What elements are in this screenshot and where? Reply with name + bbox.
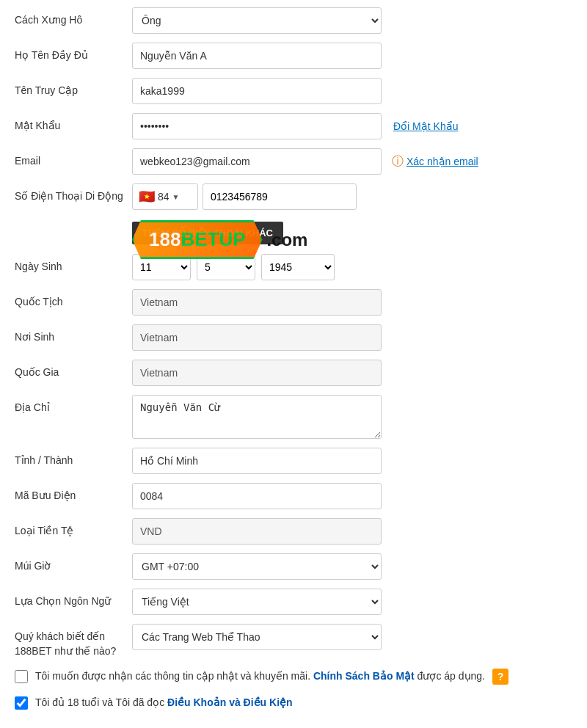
- email-row: Email ⓘ Xác nhận email: [15, 148, 572, 175]
- ngon-ngu-row: Lựa Chọn Ngôn Ngữ Tiếng Việt English 中文: [15, 589, 572, 615]
- marketing-checkbox-label: Tôi muốn được nhận các thông tin cập nhậ…: [35, 669, 508, 685]
- mat-khau-input[interactable]: [132, 113, 382, 139]
- xac-nhan-email-link[interactable]: Xác nhận email: [406, 156, 478, 167]
- dia-chi-label: Địa Chỉ: [15, 395, 132, 415]
- quoc-gia-row: Quốc Gia: [15, 360, 572, 386]
- noi-sinh-label: Nơi Sinh: [15, 324, 132, 345]
- ma-buu-dien-input[interactable]: [132, 483, 382, 509]
- dia-chi-row: Địa Chỉ Nguyễn Văn Cừ: [15, 395, 572, 439]
- quoc-gia-label: Quốc Gia: [15, 360, 132, 380]
- ngon-ngu-label: Lựa Chọn Ngôn Ngữ: [15, 589, 132, 609]
- ma-buu-dien-field: [132, 483, 572, 509]
- chinh-sach-bao-mat-link[interactable]: Chính Sách Bảo Mật: [313, 670, 415, 682]
- tinh-thanh-label: Tỉnh / Thành: [15, 448, 132, 468]
- mui-gio-label: Múi Giờ: [15, 553, 132, 574]
- mat-khau-row: Mật Khẩu Đổi Mật Khẩu: [15, 113, 572, 139]
- marketing-checkbox[interactable]: [15, 670, 28, 683]
- loai-tien-te-row: Loại Tiền Tệ: [15, 518, 572, 545]
- mat-khau-label: Mật Khẩu: [15, 113, 132, 134]
- ma-buu-dien-row: Mã Bưu Điện: [15, 483, 572, 509]
- mui-gio-field: GMT +07:00 GMT +08:00 GMT +00:00: [132, 553, 572, 580]
- so-dien-thoai-field: 🇻🇳 84 ▼: [132, 183, 572, 210]
- ho-ten-input[interactable]: [132, 43, 382, 69]
- biet-den-188bet-row: Quý khách biết đến 188BET như thế nào? C…: [15, 624, 572, 658]
- dob-row: 11 12345 678910 12131415 1234 5 6789 101…: [132, 254, 335, 280]
- quoc-gia-input: [132, 360, 382, 386]
- cach-xung-ho-field: Ông Bà Khác: [132, 7, 572, 34]
- biet-den-188bet-label: Quý khách biết đến 188BET như thế nào?: [15, 624, 132, 658]
- dia-chi-input[interactable]: Nguyễn Văn Cừ: [132, 395, 382, 439]
- cach-xung-ho-label: Cách Xưng Hô: [15, 7, 132, 28]
- mui-gio-select[interactable]: GMT +07:00 GMT +08:00 GMT +00:00: [132, 553, 382, 580]
- ten-truy-cap-row: Tên Truy Cập: [15, 78, 572, 104]
- terms-checkbox-label: Tôi đủ 18 tuổi và Tôi đã đọc Điều Khoản …: [35, 695, 293, 710]
- dob-month-select[interactable]: 1234 5 6789 101112: [197, 254, 255, 280]
- loai-tien-te-label: Loại Tiền Tệ: [15, 518, 132, 539]
- quoc-tich-field: [132, 289, 572, 316]
- biet-den-188bet-select[interactable]: Các Trang Web Thể Thao Google Facebook B…: [132, 624, 382, 650]
- email-field: ⓘ Xác nhận email: [132, 148, 572, 175]
- noi-sinh-row: Nơi Sinh: [15, 324, 572, 351]
- email-verify-container: ⓘ Xác nhận email: [392, 154, 478, 170]
- add-phone-button[interactable]: THÊM SỐ ĐIỆN THOẠI KHÁC: [132, 222, 283, 244]
- dieu-khoan-link[interactable]: Điều Khoản và Điều Kiện: [167, 696, 293, 708]
- dob-day-select[interactable]: 11 12345 678910 12131415: [132, 254, 191, 280]
- quoc-tich-label: Quốc Tịch: [15, 289, 132, 310]
- terms-checkbox[interactable]: [15, 696, 28, 710]
- ngon-ngu-field: Tiếng Việt English 中文: [132, 589, 572, 615]
- cach-xung-ho-row: Cách Xưng Hô Ông Bà Khác: [15, 7, 572, 34]
- ma-buu-dien-label: Mã Bưu Điện: [15, 483, 132, 503]
- cach-xung-ho-select[interactable]: Ông Bà Khác: [132, 7, 382, 34]
- help-button[interactable]: ?: [492, 669, 508, 685]
- dob-year-select[interactable]: 1945 195019601970 198019902000: [261, 254, 335, 280]
- them-so-dt-field: THÊM SỐ ĐIỆN THOẠI KHÁC: [132, 219, 572, 244]
- ngon-ngu-select[interactable]: Tiếng Việt English 中文: [132, 589, 382, 615]
- phone-row: 🇻🇳 84 ▼: [132, 183, 357, 210]
- biet-den-188bet-field: Các Trang Web Thể Thao Google Facebook B…: [132, 624, 572, 650]
- quoc-gia-field: [132, 360, 572, 386]
- ten-truy-cap-field: [132, 78, 572, 104]
- loai-tien-te-field: [132, 518, 572, 545]
- loai-tien-te-input: [132, 518, 382, 545]
- dia-chi-field: Nguyễn Văn Cừ: [132, 395, 572, 439]
- quoc-tich-input: [132, 289, 382, 316]
- mui-gio-row: Múi Giờ GMT +07:00 GMT +08:00 GMT +00:00: [15, 553, 572, 580]
- so-dien-thoai-label: Số Điện Thoại Di Động: [15, 183, 132, 204]
- them-so-dt-label: [15, 219, 132, 225]
- mat-khau-field: Đổi Mật Khẩu: [132, 113, 572, 139]
- quoc-tich-row: Quốc Tịch: [15, 289, 572, 316]
- noi-sinh-input: [132, 324, 382, 351]
- phone-number-input[interactable]: [203, 183, 357, 210]
- marketing-checkbox-row: Tôi muốn được nhận các thông tin cập nhậ…: [15, 669, 572, 685]
- tinh-thanh-input[interactable]: [132, 448, 382, 474]
- ten-truy-cap-label: Tên Truy Cập: [15, 78, 132, 98]
- ngay-sinh-label: Ngày Sinh: [15, 254, 132, 274]
- doi-mat-khau-link[interactable]: Đổi Mật Khẩu: [393, 120, 458, 132]
- vn-flag-icon: 🇻🇳: [139, 189, 155, 205]
- ngay-sinh-row: Ngày Sinh 11 12345 678910 12131415 1234 …: [15, 254, 572, 280]
- noi-sinh-field: [132, 324, 572, 351]
- email-label: Email: [15, 148, 132, 169]
- ten-truy-cap-input[interactable]: [132, 78, 382, 104]
- ngay-sinh-field: 11 12345 678910 12131415 1234 5 6789 101…: [132, 254, 572, 280]
- phone-country-select[interactable]: 🇻🇳 84 ▼: [132, 183, 198, 210]
- tinh-thanh-row: Tỉnh / Thành: [15, 448, 572, 474]
- phone-country-code: 84: [158, 191, 169, 203]
- so-dien-thoai-row: Số Điện Thoại Di Động 🇻🇳 84 ▼: [15, 183, 572, 210]
- ho-ten-field: [132, 43, 572, 69]
- ho-ten-label: Họ Tên Đầy Đủ: [15, 43, 132, 63]
- warning-icon: ⓘ: [392, 154, 404, 170]
- tinh-thanh-field: [132, 448, 572, 474]
- ho-ten-row: Họ Tên Đầy Đủ: [15, 43, 572, 69]
- terms-checkbox-row: Tôi đủ 18 tuổi và Tôi đã đọc Điều Khoản …: [15, 695, 572, 710]
- phone-caret-icon: ▼: [172, 193, 180, 201]
- email-input[interactable]: [132, 148, 382, 175]
- them-so-dt-row: THÊM SỐ ĐIỆN THOẠI KHÁC: [15, 219, 572, 245]
- profile-form: Cách Xưng Hô Ông Bà Khác Họ Tên Đầy Đủ T…: [0, 0, 587, 725]
